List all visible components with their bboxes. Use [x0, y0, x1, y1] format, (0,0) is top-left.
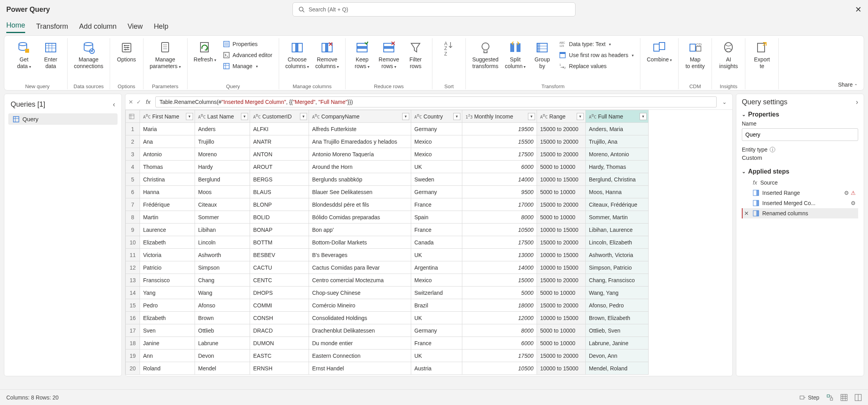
cell[interactable]: AROUT: [250, 161, 309, 173]
cell[interactable]: Germany: [411, 186, 462, 198]
cell[interactable]: Spain: [411, 211, 462, 224]
cell[interactable]: Brazil: [411, 299, 462, 312]
cell[interactable]: 10000 to 15000: [537, 173, 586, 186]
cell[interactable]: UK: [411, 161, 462, 173]
cell[interactable]: Sweden: [411, 173, 462, 186]
cell[interactable]: Antonio: [140, 148, 195, 161]
cell[interactable]: 15000 to 20000: [537, 198, 586, 211]
cell[interactable]: 15000 to 20000: [537, 135, 586, 148]
cell[interactable]: Lincoln, Elizabeth: [586, 236, 649, 249]
cell[interactable]: Libihan: [195, 224, 250, 236]
row-header[interactable]: 9: [126, 224, 140, 236]
cell[interactable]: Maria: [140, 123, 195, 135]
row-header[interactable]: 17: [126, 324, 140, 337]
cell[interactable]: BLAUS: [250, 186, 309, 198]
cell[interactable]: Drachenblut Delikatessen: [309, 324, 411, 337]
filter-dropdown-icon[interactable]: ▼: [453, 113, 460, 120]
cell[interactable]: DHOPS: [250, 287, 309, 299]
cell[interactable]: 6000: [462, 337, 537, 350]
row-header[interactable]: 5: [126, 173, 140, 186]
delete-step-icon[interactable]: ✕: [744, 210, 749, 216]
row-header[interactable]: 4: [126, 161, 140, 173]
cell[interactable]: Ana Trujillo Emaredados y helados: [309, 135, 411, 148]
cell[interactable]: 15000 to 20000: [537, 274, 586, 287]
cell[interactable]: Devon, Ann: [586, 350, 649, 362]
cell[interactable]: 15000: [462, 274, 537, 287]
row-header[interactable]: 13: [126, 274, 140, 287]
fx-icon[interactable]: fx: [144, 98, 152, 105]
column-header-range[interactable]: ABCRange▼: [537, 110, 586, 123]
cell[interactable]: ERNSH: [250, 362, 309, 375]
cell[interactable]: Laurence: [140, 224, 195, 236]
tab-home[interactable]: Home: [6, 21, 25, 33]
cell[interactable]: 15000 to 20000: [537, 236, 586, 249]
row-header[interactable]: 15: [126, 299, 140, 312]
cell[interactable]: Trujillo: [195, 135, 250, 148]
cell[interactable]: Brown, Elizabeth: [586, 312, 649, 324]
cell[interactable]: Mexico: [411, 274, 462, 287]
sort-button[interactable]: AZZ: [436, 38, 462, 58]
expand-settings-icon[interactable]: ›: [856, 98, 858, 106]
cell[interactable]: BESBEV: [250, 249, 309, 261]
cell[interactable]: Ashworth, Victoria: [586, 249, 649, 261]
cell[interactable]: Chang: [195, 274, 250, 287]
cell[interactable]: 15000 to 20000: [537, 350, 586, 362]
cell[interactable]: Chang, Franscisco: [586, 274, 649, 287]
export-button[interactable]: Exportte: [749, 38, 774, 71]
row-header[interactable]: 14: [126, 287, 140, 299]
step-nav[interactable]: Step: [799, 394, 819, 401]
cell[interactable]: 5000 to 10000: [537, 287, 586, 299]
select-all-corner[interactable]: [126, 110, 140, 123]
gear-icon[interactable]: ⚙: [844, 190, 849, 196]
row-header[interactable]: 2: [126, 135, 140, 148]
row-header[interactable]: 10: [126, 236, 140, 249]
table-view-icon[interactable]: [840, 394, 848, 401]
diagram-view-icon[interactable]: [826, 394, 833, 401]
cell[interactable]: 10000 to 15000: [537, 261, 586, 274]
cell[interactable]: 15500: [462, 135, 537, 148]
cell[interactable]: BERGS: [250, 173, 309, 186]
cancel-formula-icon[interactable]: ✕: [129, 99, 133, 105]
cell[interactable]: Thomas: [140, 161, 195, 173]
column-header-customerid[interactable]: ABCCustomerID▼: [250, 110, 309, 123]
cell[interactable]: France: [411, 198, 462, 211]
cell[interactable]: Victoria: [140, 249, 195, 261]
cell[interactable]: Christina: [140, 173, 195, 186]
cell[interactable]: 5000: [462, 287, 537, 299]
column-header-last-name[interactable]: ABCLast Name▼: [195, 110, 250, 123]
cell[interactable]: Hardy, Thomas: [586, 161, 649, 173]
cell[interactable]: 10000 to 15000: [537, 312, 586, 324]
cell[interactable]: Ernst Handel: [309, 362, 411, 375]
cell[interactable]: Moreno: [195, 148, 250, 161]
cell[interactable]: ANATR: [250, 135, 309, 148]
cell[interactable]: Mendel: [195, 362, 250, 375]
applied-step[interactable]: fxSource: [742, 178, 858, 188]
cell[interactable]: Ann: [140, 350, 195, 362]
row-header[interactable]: 11: [126, 249, 140, 261]
cell[interactable]: Blauer See Delikatessen: [309, 186, 411, 198]
row-header[interactable]: 7: [126, 198, 140, 211]
cell[interactable]: Janine: [140, 337, 195, 350]
cell[interactable]: Sven: [140, 324, 195, 337]
cell[interactable]: Consolidated Holdings: [309, 312, 411, 324]
properties-section[interactable]: ⌄Properties: [742, 111, 858, 118]
cell[interactable]: Eastern Connection: [309, 350, 411, 362]
cell[interactable]: 12000: [462, 312, 537, 324]
info-icon[interactable]: i: [770, 147, 775, 152]
warning-icon[interactable]: ⚠: [851, 190, 856, 196]
gear-icon[interactable]: ⚙: [851, 200, 856, 206]
expand-formula-icon[interactable]: ⌄: [720, 99, 729, 105]
cell[interactable]: 14000: [462, 261, 537, 274]
cell[interactable]: Mexico: [411, 148, 462, 161]
cell[interactable]: DUMON: [250, 337, 309, 350]
cell[interactable]: B's Beverages: [309, 249, 411, 261]
cell[interactable]: UK: [411, 249, 462, 261]
formula-input[interactable]: Table.RenameColumns(#"Inserted Merged Co…: [155, 96, 717, 107]
cell[interactable]: BOLID: [250, 211, 309, 224]
cell[interactable]: Bólido Comidas preparadas: [309, 211, 411, 224]
cell[interactable]: 5000 to 10000: [537, 161, 586, 173]
cell[interactable]: 10000 to 15000: [537, 224, 586, 236]
cell[interactable]: Moreno, Antonio: [586, 148, 649, 161]
advanced-editor-button[interactable]: Advanced editor: [220, 50, 275, 60]
row-header[interactable]: 16: [126, 312, 140, 324]
